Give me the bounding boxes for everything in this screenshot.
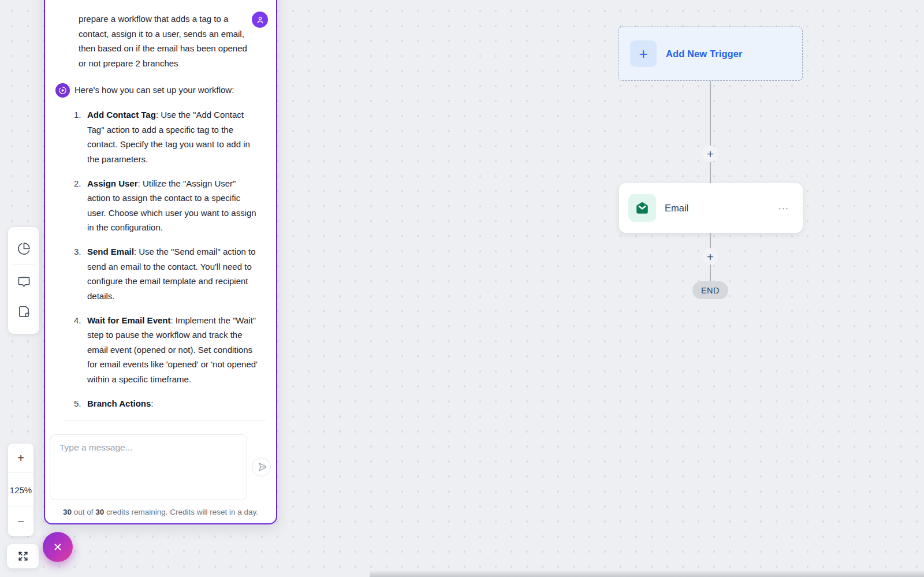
- list-item: 2. Assign User: Utilize the "Assign User…: [74, 176, 268, 235]
- zoom-out-button[interactable]: −: [8, 507, 33, 536]
- add-new-trigger-button[interactable]: + Add New Trigger: [618, 27, 803, 81]
- step-title: Send Email: [87, 247, 134, 256]
- chat-button[interactable]: [8, 270, 39, 292]
- message-input[interactable]: [50, 434, 247, 500]
- send-icon: [256, 462, 266, 472]
- step-detail: :: [151, 399, 153, 408]
- plus-icon: +: [630, 40, 657, 67]
- step-text: Add Contact Tag: Use the "Add Contact Ta…: [87, 107, 259, 166]
- step-text: Branch Actions:: [87, 396, 259, 411]
- step-title: Branch Actions: [87, 399, 151, 408]
- user-avatar: [252, 12, 268, 28]
- send-button[interactable]: [252, 457, 271, 477]
- assistant-intro-text: Here's how you can set up your workflow:: [74, 83, 234, 98]
- workflow-steps-list: 1. Add Contact Tag: Use the "Add Contact…: [74, 107, 268, 411]
- credits-status: 30 out of 30 credits remaining. Credits …: [45, 500, 276, 523]
- assistant-avatar: [55, 83, 70, 98]
- close-assistant-button[interactable]: [43, 532, 73, 562]
- end-node-label: END: [701, 286, 720, 295]
- step-number: 5.: [74, 396, 87, 411]
- assistant-logo-icon: [58, 86, 67, 95]
- ai-assistant-panel: prepare a workflow that adds a tag to a …: [44, 0, 277, 524]
- email-icon: [628, 194, 656, 222]
- step-title: Assign User: [87, 178, 138, 188]
- connector-line: [710, 81, 711, 183]
- zoom-level-value: 125%: [10, 485, 32, 495]
- list-item: 1. Add Contact Tag: Use the "Add Contact…: [74, 107, 268, 166]
- divider: [64, 420, 266, 421]
- zoom-controls: + 125% −: [8, 444, 33, 536]
- email-node-label: Email: [665, 203, 688, 214]
- analytics-button[interactable]: [8, 237, 39, 259]
- credits-remaining: 30: [63, 508, 72, 516]
- user-message: prepare a workflow that adds a tag to a …: [55, 12, 268, 70]
- tool-rail: [8, 227, 39, 334]
- step-number: 4.: [74, 313, 87, 387]
- add-new-trigger-label: Add New Trigger: [666, 49, 743, 59]
- zoom-out-label: −: [17, 515, 24, 528]
- chat-messages: prepare a workflow that adds a tag to a …: [45, 0, 276, 425]
- expand-icon: [17, 550, 29, 562]
- step-text: Assign User: Utilize the "Assign User" a…: [87, 176, 259, 235]
- assistant-message: Here's how you can set up your workflow:: [55, 83, 268, 98]
- plus-glyph: +: [707, 251, 714, 263]
- sticky-note-icon: [17, 305, 31, 318]
- chat-input-area: [45, 425, 276, 500]
- list-item: 4. Wait for Email Event: Implement the "…: [74, 313, 268, 387]
- add-step-button[interactable]: +: [702, 146, 718, 162]
- credits-text: credits remaining. Credits will reset in…: [104, 508, 258, 516]
- credits-text: out of: [72, 508, 95, 516]
- plus-glyph: +: [707, 148, 714, 160]
- step-number: 2.: [74, 176, 87, 235]
- step-number: 1.: [74, 107, 87, 166]
- pie-chart-icon: [17, 242, 31, 255]
- zoom-in-label: +: [17, 452, 24, 465]
- list-item: 3. Send Email: Use the "Send email" acti…: [74, 244, 268, 303]
- user-icon: [256, 16, 264, 24]
- chat-bubble-icon: [17, 275, 31, 288]
- step-title: Wait for Email Event: [87, 315, 170, 325]
- zoom-in-button[interactable]: +: [8, 444, 33, 472]
- divider: [13, 265, 35, 265]
- plus-glyph: +: [639, 45, 647, 63]
- end-node: END: [692, 281, 728, 299]
- user-message-text: prepare a workflow that adds a tag to a …: [79, 12, 247, 70]
- add-step-button[interactable]: +: [702, 248, 718, 265]
- email-node[interactable]: Email ⋯: [619, 183, 803, 233]
- step-text: Send Email: Use the "Send email" action …: [87, 244, 259, 303]
- step-title: Add Contact Tag: [87, 110, 156, 120]
- notes-button[interactable]: [8, 300, 39, 322]
- close-icon: [53, 542, 63, 552]
- zoom-level-indicator: 125%: [8, 472, 33, 507]
- credits-total: 30: [95, 508, 104, 516]
- fit-view-button[interactable]: [7, 544, 39, 568]
- step-number: 3.: [74, 244, 87, 303]
- list-item: 5. Branch Actions:: [74, 396, 268, 411]
- step-text: Wait for Email Event: Implement the "Wai…: [87, 313, 259, 387]
- step-detail: : Implement the "Wait" step to pause the…: [87, 315, 258, 384]
- email-node-menu-button[interactable]: ⋯: [778, 202, 790, 215]
